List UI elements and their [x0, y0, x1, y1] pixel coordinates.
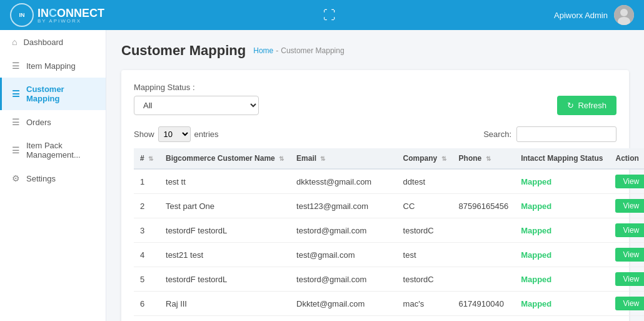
- breadcrumb-home[interactable]: Home: [253, 46, 273, 55]
- filter-row: Mapping Status : All Mapped Unmapped ↻ R…: [134, 83, 616, 115]
- cell-name: test21 test: [159, 243, 290, 267]
- entries-label: entries: [194, 130, 219, 139]
- view-button[interactable]: View: [615, 199, 644, 213]
- sidebar-label-dashboard: Dashboard: [23, 38, 63, 47]
- show-entries: Show 10 25 50 entries: [134, 126, 219, 142]
- cell-email: testord@gmail.com: [290, 218, 397, 243]
- cell-action: View: [609, 243, 644, 267]
- search-area: Search:: [483, 126, 616, 142]
- cell-status: Mapped: [515, 218, 609, 243]
- cell-status: Mapped: [515, 267, 609, 292]
- filter-left: Mapping Status : All Mapped Unmapped: [134, 83, 259, 115]
- table-row: 1 test tt dkktesst@gmail.com ddtest Mapp…: [134, 169, 644, 194]
- table-row: 5 testordF testordL testord@gmail.com te…: [134, 267, 644, 292]
- home-icon: ⌂: [12, 37, 17, 47]
- view-button[interactable]: View: [615, 223, 644, 237]
- logo-icon: IN: [10, 3, 34, 27]
- sidebar-item-item-mapping[interactable]: ☰ Item Mapping: [0, 54, 106, 78]
- cell-company: testordC: [397, 267, 453, 292]
- cell-action: View: [609, 169, 644, 194]
- sidebar-label-item-mapping: Item Mapping: [26, 61, 76, 71]
- view-button[interactable]: View: [615, 272, 644, 286]
- top-nav: IN INCONNECT BY APIWORX ⛶ Apiworx Admin: [0, 0, 644, 30]
- cell-phone: [453, 267, 515, 292]
- breadcrumb-current: Customer Mapping: [281, 46, 344, 55]
- content-area: Customer Mapping Home - Customer Mapping…: [106, 30, 644, 321]
- breadcrumb-separator: -: [276, 46, 278, 55]
- cell-email: test@gmail.com: [290, 243, 397, 267]
- cell-email: Dkktet@gmail.com: [290, 292, 397, 316]
- sidebar-item-customer-mapping[interactable]: ☰ Customer Mapping: [0, 78, 106, 110]
- cell-name: test tt: [159, 169, 290, 194]
- view-button[interactable]: View: [615, 175, 644, 188]
- cell-action: View: [609, 267, 644, 292]
- sidebar-item-settings[interactable]: ⚙ Settings: [0, 166, 106, 190]
- mapping-status-label: Mapping Status :: [134, 83, 259, 92]
- sidebar-item-dashboard[interactable]: ⌂ Dashboard: [0, 30, 106, 54]
- sidebar-item-orders[interactable]: ☰ Orders: [0, 110, 106, 134]
- list-icon-2: ☰: [12, 89, 20, 99]
- cell-company: [397, 316, 453, 322]
- cell-email: test123@gmail.com: [290, 194, 397, 218]
- sidebar: ⌂ Dashboard ☰ Item Mapping ☰ Customer Ma…: [0, 30, 106, 321]
- cell-num: 1: [134, 169, 159, 194]
- refresh-icon: ↻: [567, 101, 574, 110]
- col-company: Company ⇅: [397, 148, 453, 169]
- sidebar-label-orders: Orders: [26, 118, 51, 127]
- list-icon-4: ☰: [12, 145, 20, 155]
- col-num: # ⇅: [134, 148, 159, 169]
- search-label: Search:: [483, 130, 511, 139]
- table-row: 7 Raj III dileep123456@gmail.com 6174910…: [134, 316, 644, 322]
- avatar: [614, 5, 634, 25]
- cell-name: testordF testordL: [159, 267, 290, 292]
- cell-company: ddtest: [397, 169, 453, 194]
- expand-icon[interactable]: ⛶: [323, 8, 336, 23]
- search-input[interactable]: [516, 126, 616, 142]
- cell-name: Raj III: [159, 292, 290, 316]
- refresh-label: Refresh: [578, 101, 606, 110]
- cell-company: CC: [397, 194, 453, 218]
- cell-num: 3: [134, 218, 159, 243]
- view-button[interactable]: View: [615, 297, 644, 310]
- logo: IN INCONNECT BY APIWORX: [10, 3, 104, 27]
- svg-point-1: [620, 9, 628, 16]
- col-action: Action: [609, 148, 644, 169]
- main-card: Mapping Status : All Mapped Unmapped ↻ R…: [121, 70, 629, 321]
- table-row: 2 Test part One test123@gmail.com CC 875…: [134, 194, 644, 218]
- sidebar-label-item-pack: Item Pack Management...: [26, 141, 96, 160]
- cell-status: Mapped: [515, 194, 609, 218]
- cell-phone: [453, 243, 515, 267]
- username-label: Apiworx Admin: [554, 11, 608, 20]
- table-row: 6 Raj III Dkktet@gmail.com mac's 6174910…: [134, 292, 644, 316]
- cell-status: Mapped: [515, 292, 609, 316]
- entries-select[interactable]: 10 25 50: [158, 126, 191, 142]
- list-icon-3: ☰: [12, 117, 20, 127]
- cell-phone: [453, 218, 515, 243]
- cell-action: View: [609, 218, 644, 243]
- cell-status: Mapped: [515, 316, 609, 322]
- cell-company: mac's: [397, 292, 453, 316]
- mapping-status-select[interactable]: All Mapped Unmapped: [134, 96, 259, 115]
- gear-icon: ⚙: [12, 173, 20, 183]
- cell-status: Mapped: [515, 243, 609, 267]
- cell-company: test: [397, 243, 453, 267]
- col-phone: Phone ⇅: [453, 148, 515, 169]
- cell-phone: 6174910040: [453, 316, 515, 322]
- cell-company: testordC: [397, 218, 453, 243]
- cell-num: 7: [134, 316, 159, 322]
- breadcrumb: Home - Customer Mapping: [253, 46, 344, 55]
- page-header: Customer Mapping Home - Customer Mapping: [121, 43, 629, 59]
- sidebar-label-customer-mapping: Customer Mapping: [26, 84, 96, 103]
- cell-num: 5: [134, 267, 159, 292]
- cell-phone: [453, 169, 515, 194]
- page-title: Customer Mapping: [121, 43, 246, 59]
- refresh-button[interactable]: ↻ Refresh: [557, 96, 616, 115]
- sidebar-item-item-pack[interactable]: ☰ Item Pack Management...: [0, 134, 106, 166]
- cell-action: View: [609, 292, 644, 316]
- table-head: # ⇅ Bigcommerce Customer Name ⇅ Email ⇅ …: [134, 148, 644, 169]
- cell-name: testordF testordL: [159, 218, 290, 243]
- sidebar-label-settings: Settings: [26, 174, 56, 183]
- col-name: Bigcommerce Customer Name ⇅: [159, 148, 290, 169]
- col-email: Email ⇅: [290, 148, 397, 169]
- view-button[interactable]: View: [615, 248, 644, 262]
